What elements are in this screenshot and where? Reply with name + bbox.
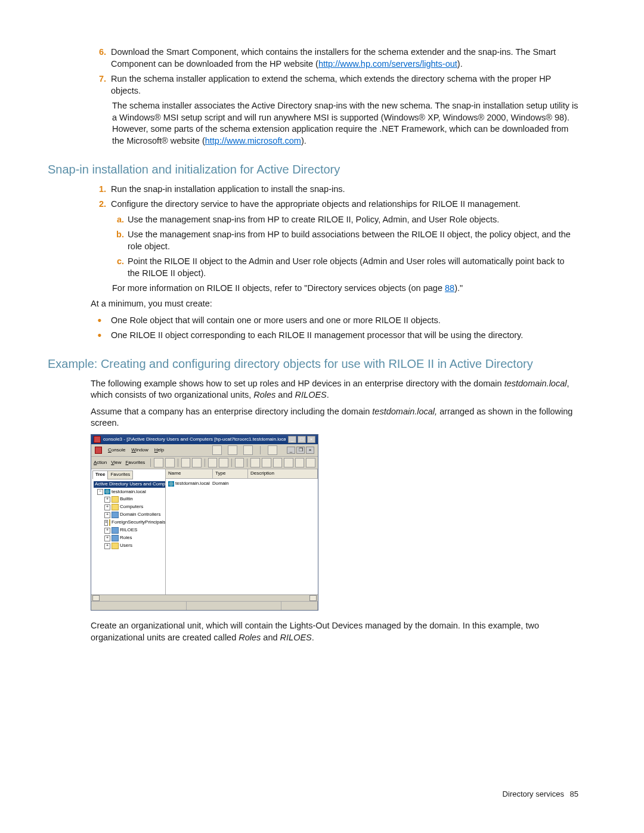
tree-roles-label: Roles (120, 535, 132, 541)
toolbar-save-icon[interactable] (243, 445, 253, 455)
collapse-icon[interactable]: − (97, 489, 103, 495)
tree-dcs[interactable]: +Domain Controllers (92, 511, 164, 519)
ex-p1-roles: Roles (253, 390, 275, 400)
list-row-name: testdomain.local (175, 481, 212, 487)
tree-fsp[interactable]: +ForeignSecurityPrincipals (92, 519, 164, 527)
expand-icon[interactable]: + (104, 543, 110, 549)
list-row-type: Domain (212, 481, 229, 487)
props-icon[interactable] (219, 458, 228, 467)
groups-icon[interactable] (262, 458, 271, 467)
scroll-right-icon[interactable] (309, 595, 317, 601)
list-row[interactable]: testdomain.local Domain (168, 480, 315, 488)
menu-window[interactable]: Window (131, 447, 148, 454)
ou-icon (112, 535, 119, 541)
refresh-icon[interactable] (235, 458, 244, 467)
ex-p1-domain: testdomain.local (504, 379, 567, 388)
ou-icon (112, 527, 119, 534)
toolbar-action[interactable]: Action (94, 460, 107, 466)
step-7-p2b: ). (301, 136, 306, 145)
toolbar-favorites[interactable]: Favorites (125, 460, 145, 466)
example-p1: The following example shows how to set u… (48, 378, 578, 401)
tree-builtin[interactable]: +Builtin (92, 496, 164, 503)
snap-step-2a: a. Use the management snap-ins from HP t… (48, 214, 578, 226)
show-icon[interactable] (192, 458, 202, 467)
expand-icon[interactable]: + (104, 512, 110, 518)
list-body: testdomain.local Domain (166, 479, 318, 489)
nav-back-icon[interactable] (154, 458, 163, 467)
menu-help[interactable]: Help (154, 447, 164, 454)
ex-p2-domain: testdomain.local, (372, 407, 437, 416)
folder-icon (112, 496, 119, 503)
users-icon[interactable] (250, 458, 260, 467)
filter-icon[interactable] (284, 458, 293, 467)
bullet-icon: • (93, 330, 106, 342)
ms-link[interactable]: http://www.microsoft.com (205, 136, 301, 145)
list-header-type[interactable]: Type (213, 469, 248, 478)
step-6-text-b: ). (457, 59, 463, 69)
ex-p3-riloes: RILOES (280, 633, 312, 642)
scroll-left-icon[interactable] (92, 595, 100, 601)
footer-page-number: 85 (570, 789, 578, 798)
step-7: 7. Run the schema installer application … (48, 73, 578, 97)
find-icon[interactable] (295, 458, 305, 467)
ou-icon (112, 512, 119, 518)
list-header-desc[interactable]: Description (248, 469, 318, 478)
child-close-button[interactable]: × (306, 447, 314, 454)
example-p3: Create an organizational unit, which wil… (48, 620, 578, 643)
cut-icon[interactable] (208, 458, 218, 467)
ex-p3b: and (261, 633, 280, 642)
tree-riloes[interactable]: +RILOES (92, 527, 164, 534)
min-bullet-1: • One Role object that will contain one … (48, 315, 578, 327)
tree-riloes-label: RILOES (120, 527, 137, 534)
tree-root-label: Active Directory Users and Computers (94, 481, 166, 488)
domain-icon (104, 489, 110, 494)
expand-icon[interactable]: + (104, 520, 108, 526)
page-footer: Directory services 85 (503, 789, 578, 800)
snap-2c-text: Point the RILOE II object to the Admin a… (128, 256, 578, 279)
toolbar-window-icon[interactable] (268, 445, 277, 455)
snap-2a-marker: a. (112, 214, 124, 226)
step-6-marker: 6. (93, 47, 106, 70)
menu-console[interactable]: Console (108, 447, 125, 454)
tree-domain[interactable]: − testdomain.local (92, 488, 164, 496)
minimize-button[interactable]: _ (288, 436, 296, 443)
snap-step-2b: b. Use the management snap-ins from HP t… (48, 229, 578, 252)
child-restore-button[interactable]: ❐ (296, 447, 305, 454)
toolbar-new-icon[interactable] (212, 445, 222, 455)
contacts-icon[interactable] (273, 458, 283, 467)
tree-roles[interactable]: +Roles (92, 534, 164, 542)
step-7-p2: The schema installer associates the Acti… (48, 100, 578, 147)
tree-scrollbar[interactable] (91, 594, 318, 601)
domain-icon (168, 481, 174, 487)
nav-forward-icon[interactable] (165, 458, 175, 467)
doc-icon (95, 447, 102, 454)
snap-2-text: Configure the directory service to have … (111, 199, 578, 210)
toolbar-open-icon[interactable] (228, 445, 237, 455)
ex-p3c: . (312, 633, 314, 642)
heading-snapin: Snap-in installation and initialization … (48, 162, 578, 178)
hp-link[interactable]: http://www.hp.com/servers/lights-out (318, 59, 457, 69)
toolbar-view[interactable]: View (111, 460, 121, 466)
tree-users[interactable]: +Users (92, 542, 164, 550)
snap-ref-a: For more information on RILOE II objects… (112, 283, 445, 293)
tab-tree[interactable]: Tree (92, 470, 108, 479)
tree-computers[interactable]: +Computers (92, 503, 164, 511)
tree-users-label: Users (120, 543, 132, 549)
child-minimize-button[interactable]: _ (287, 447, 295, 454)
maximize-button[interactable]: □ (298, 436, 306, 443)
expand-icon[interactable]: + (104, 504, 110, 510)
expand-icon[interactable]: + (104, 535, 110, 541)
example-p2: Assume that a company has an enterprise … (48, 406, 578, 429)
list-header-name[interactable]: Name (166, 469, 213, 478)
min-bullet-2: • One RILOE II object corresponding to e… (48, 330, 578, 342)
close-button[interactable]: × (307, 436, 315, 443)
tab-favorites[interactable]: Favorites (107, 470, 133, 479)
expand-icon[interactable]: + (104, 528, 110, 534)
snap-step-2: 2. Configure the directory service to ha… (48, 199, 578, 210)
folder-icon (109, 519, 110, 526)
tree-root[interactable]: Active Directory Users and Computers (92, 481, 164, 488)
up-icon[interactable] (181, 458, 191, 467)
expand-icon[interactable]: + (104, 497, 110, 503)
help-icon[interactable] (306, 458, 315, 467)
page-ref-link[interactable]: 88 (445, 283, 454, 293)
